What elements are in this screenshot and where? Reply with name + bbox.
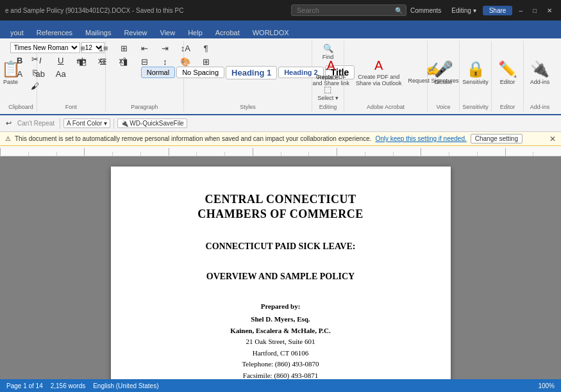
- doc-title-line2: CHAMBERS OF COMMERCE: [197, 207, 363, 222]
- style-heading1-button[interactable]: Heading 1: [226, 66, 277, 79]
- doc-fax: Facsimile: (860) 493-0871: [243, 372, 318, 379]
- numbering-button[interactable]: 1≡: [94, 42, 113, 54]
- font-label: Font: [65, 104, 77, 110]
- clear-format-button[interactable]: Aa: [51, 68, 71, 80]
- tab-view[interactable]: View: [154, 26, 182, 38]
- doc-address1: 21 Oak Street, Suite 601: [246, 338, 315, 345]
- sensitivity-label: Sensitivity: [462, 104, 489, 110]
- tab-review[interactable]: Review: [117, 26, 153, 38]
- status-language: English (United States): [93, 382, 158, 389]
- editor-label: Editor: [500, 104, 515, 110]
- add-ins-icon: 🔌: [530, 60, 549, 78]
- align-left-button[interactable]: ◧: [73, 56, 92, 68]
- separator2: [113, 118, 114, 129]
- dictate-button[interactable]: 🎤 Dictate: [430, 59, 457, 86]
- tab-help[interactable]: Help: [181, 26, 209, 38]
- doc-subtitle-line2: OVERVIEW AND SAMPLE POLICY: [206, 270, 355, 283]
- editor-icon: ✏️: [498, 60, 517, 78]
- voice-buttons: 🎤 Dictate: [430, 42, 457, 102]
- voice-group: 🎤 Dictate Voice: [428, 41, 460, 111]
- paragraph-label: Paragraph: [131, 104, 158, 110]
- change-setting-button[interactable]: Change setting: [471, 134, 523, 143]
- bold-button[interactable]: B: [10, 54, 29, 67]
- maximize-button[interactable]: □: [529, 6, 540, 15]
- title-bar-right: Comments Editing ▾ Share – □ ✕: [406, 6, 556, 15]
- italic-button[interactable]: I: [31, 54, 50, 67]
- font-family-select[interactable]: Times New Roman: [10, 42, 80, 53]
- tab-layout[interactable]: yout: [4, 26, 30, 38]
- add-ins-group: 🔌 Add-ins Add-ins: [524, 41, 556, 111]
- close-button[interactable]: ✕: [543, 6, 556, 15]
- notification-icon: ⚠: [5, 135, 11, 142]
- sensitivity-icon: 🔒: [466, 60, 485, 78]
- bullets-button[interactable]: ≡: [73, 42, 92, 54]
- adobe-acrobat-group: A Create PDFand Share link A Create PDF …: [344, 41, 428, 111]
- notification-link[interactable]: Only keep this setting if needed.: [375, 135, 466, 142]
- voice-label: Voice: [436, 104, 450, 110]
- title-bar-filename: e and Sample Policy (90134b401C2).DOCX -…: [5, 7, 291, 14]
- font-color-icon: A: [67, 120, 71, 127]
- add-ins-buttons: 🔌 Add-ins: [526, 42, 554, 102]
- plugin-icon: 🔌: [121, 120, 128, 127]
- sensitivity-button[interactable]: 🔒 Sensitivity: [458, 59, 492, 86]
- notification-text: This document is set to automatically re…: [15, 135, 371, 142]
- doc-author-name: Shel D. Myers, Esq.: [251, 315, 310, 323]
- create-pdf-share-button[interactable]: A Create PDF andShare via Outlook: [353, 57, 405, 88]
- plugin-label[interactable]: 🔌 WD-QuickSaveFile: [117, 118, 187, 128]
- plugin-name: WD-QuickSaveFile: [130, 120, 183, 127]
- highlight-button[interactable]: ab: [31, 68, 50, 80]
- document-area[interactable]: CENTRAL CONNECTICUT CHAMBERS OF COMMERCE…: [0, 156, 561, 392]
- ribbon-content: 📋 Paste ✂ ⎘ 🖌 Clipboard: [0, 38, 561, 115]
- styles-group: Normal No Spacing Heading 1 Heading 2 Ti…: [184, 41, 312, 111]
- editing-label: Editing: [319, 104, 337, 110]
- font-color-label: Font Color ▾: [72, 120, 107, 127]
- undo-button[interactable]: ↩: [4, 118, 13, 129]
- add-ins-button[interactable]: 🔌 Add-ins: [526, 59, 554, 86]
- status-page: Page 1 of 14: [6, 382, 43, 389]
- search-input[interactable]: [291, 4, 406, 16]
- style-normal-button[interactable]: Normal: [141, 67, 175, 78]
- status-bar: Page 1 of 14 2,156 words English (United…: [0, 379, 561, 392]
- font-color-button[interactable]: A: [10, 68, 29, 80]
- add-ins-label: Add-ins: [530, 104, 550, 110]
- style-no-spacing-button[interactable]: No Spacing: [176, 67, 224, 78]
- document-page: CENTRAL CONNECTICUT CHAMBERS OF COMMERCE…: [111, 167, 451, 391]
- ribbon-tabs: yout References Mailings Review View Hel…: [0, 20, 561, 38]
- tab-worldox[interactable]: WORLDOX: [246, 26, 296, 38]
- tab-acrobat[interactable]: Acrobat: [209, 26, 246, 38]
- format-bar: ↩ Can't Repeat A Font Color ▾ 🔌 WD-Quick…: [0, 115, 561, 132]
- doc-title-line1: CENTRAL CONNECTICUT: [205, 192, 356, 207]
- ruler-line: [0, 146, 561, 156]
- search-icon: 🔍: [395, 7, 403, 14]
- doc-subtitle-line1: CONNECTICUT PAID SICK LEAVE:: [206, 240, 356, 253]
- font-color-dropdown[interactable]: A Font Color ▾: [63, 118, 110, 128]
- minimize-button[interactable]: –: [515, 6, 526, 15]
- status-right: 100%: [538, 382, 555, 389]
- clipboard-label: Clipboard: [8, 104, 33, 110]
- title-bar: e and Sample Policy (90134b401C2).DOCX -…: [0, 0, 561, 20]
- doc-phone: Telephone: (860) 493-0870: [242, 360, 319, 368]
- editor-group: ✏️ Editor Editor: [492, 41, 524, 111]
- doc-address2: Hartford, CT 06106: [253, 349, 308, 357]
- tab-references[interactable]: References: [30, 26, 79, 38]
- doc-firm: Kainen, Escalera & McHale, P.C.: [230, 327, 331, 334]
- share-button[interactable]: Share: [483, 6, 513, 15]
- notification-close-button[interactable]: ✕: [549, 135, 556, 143]
- multilevel-button[interactable]: ⊞: [114, 42, 133, 54]
- underline-button[interactable]: U: [51, 54, 71, 67]
- styles-label: Styles: [240, 104, 256, 110]
- separator1: [60, 118, 60, 129]
- comments-button[interactable]: Comments: [406, 6, 445, 15]
- editor-button[interactable]: ✏️ Editor: [494, 59, 521, 86]
- status-zoom: 100%: [538, 382, 555, 389]
- editor-buttons: ✏️ Editor: [494, 42, 521, 102]
- status-words: 2,156 words: [51, 382, 85, 389]
- adobe-acrobat-label: Adobe Acrobat: [367, 104, 405, 110]
- editing-button[interactable]: Editing ▾: [448, 6, 480, 15]
- cant-repeat-label: Can't Repeat: [15, 118, 56, 128]
- align-center-button[interactable]: ☰: [94, 56, 113, 68]
- create-pdf-button[interactable]: A Create PDFand Share link: [310, 57, 352, 88]
- align-right-button[interactable]: ◨: [114, 56, 133, 68]
- tab-mailings[interactable]: Mailings: [79, 26, 117, 38]
- doc-prepared-by: Prepared by:: [261, 302, 301, 310]
